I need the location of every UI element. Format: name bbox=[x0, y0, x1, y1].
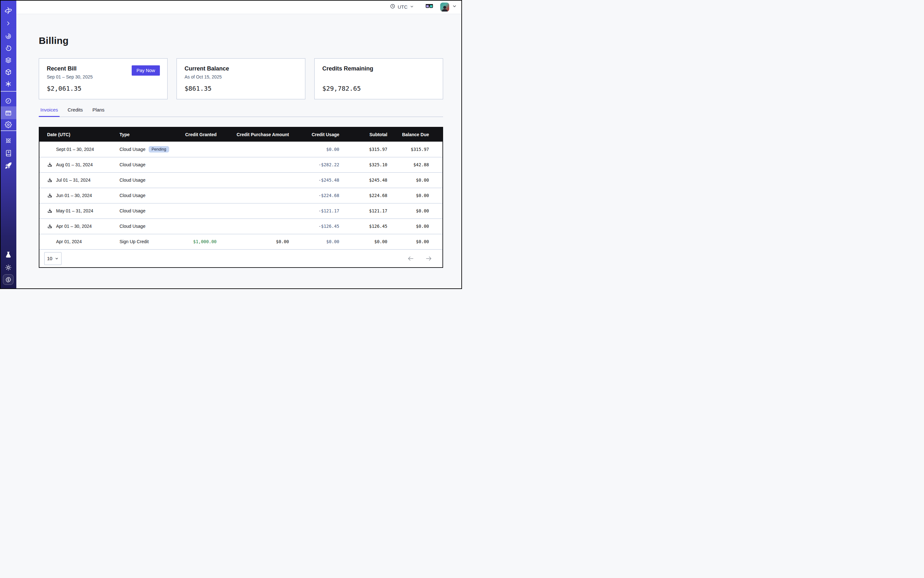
card-subtitle bbox=[322, 74, 435, 80]
download-invoice-icon[interactable] bbox=[47, 208, 52, 214]
table-row: Apr 01 – 30, 2024 Cloud Usage -$126.45 $… bbox=[39, 219, 442, 234]
balance-due: $315.97 bbox=[387, 141, 442, 157]
invoice-type: Cloud Usage bbox=[120, 203, 177, 219]
table-footer: 10 bbox=[39, 249, 442, 267]
col-date: Date (UTC) bbox=[39, 128, 120, 141]
tab-credits[interactable]: Credits bbox=[66, 107, 84, 117]
asterisk-icon[interactable] bbox=[0, 80, 16, 88]
download-invoice-icon[interactable] bbox=[47, 224, 52, 229]
sun-theme-icon[interactable] bbox=[0, 263, 16, 272]
scan-eye-icon[interactable] bbox=[0, 32, 16, 41]
credit-purchase bbox=[217, 203, 289, 219]
credit-usage: -$126.45 bbox=[289, 219, 339, 234]
next-page-arrow-icon[interactable] bbox=[425, 255, 432, 262]
col-credit-granted: Credit Granted bbox=[177, 128, 217, 141]
invoice-type: Sign Up Credit bbox=[120, 234, 177, 249]
timer-icon[interactable] bbox=[0, 44, 16, 53]
clock-icon bbox=[390, 3, 395, 10]
credit-purchase: $0.00 bbox=[217, 234, 289, 249]
card-title: Current Balance bbox=[185, 65, 297, 72]
flask-icon[interactable] bbox=[0, 250, 16, 259]
invoice-date: Apr 01 – 30, 2024 bbox=[56, 224, 92, 229]
docs-book-icon[interactable] bbox=[0, 149, 16, 157]
timezone-selector[interactable]: UTC bbox=[390, 3, 414, 10]
invoice-type: Cloud Usage bbox=[120, 188, 177, 203]
invoice-type: Cloud Usage bbox=[120, 147, 145, 152]
credit-granted bbox=[177, 157, 217, 172]
sidebar-divider bbox=[0, 91, 16, 92]
avatar[interactable] bbox=[440, 3, 449, 11]
table-row: Aug 01 – 31, 2024 Cloud Usage -$282.22 $… bbox=[39, 157, 442, 172]
credit-purchase bbox=[217, 172, 289, 188]
invoice-type: Cloud Usage bbox=[120, 219, 177, 234]
recent-bill-amount: $2,061.35 bbox=[47, 84, 159, 92]
invoice-date: Apr 01, 2024 bbox=[56, 239, 82, 244]
subtotal: $245.48 bbox=[339, 172, 387, 188]
credit-purchase bbox=[217, 188, 289, 203]
summary-cards: Recent Bill Sep 01 – Sep 30, 2025 $2,061… bbox=[39, 58, 443, 99]
pay-now-button[interactable]: Pay Now bbox=[132, 65, 160, 76]
col-balance-due: Balance Due bbox=[387, 128, 442, 141]
download-invoice-icon[interactable] bbox=[47, 193, 52, 198]
table-row: May 01 – 31, 2024 Cloud Usage -$121.17 $… bbox=[39, 203, 442, 219]
table-row: Jun 01 – 30, 2024 Cloud Usage -$224.68 $… bbox=[39, 188, 442, 203]
user-menu-chevron-down-icon[interactable] bbox=[452, 4, 457, 10]
rocket-icon[interactable] bbox=[0, 161, 16, 170]
sidebar bbox=[0, 0, 16, 289]
status-badge: Pending bbox=[149, 146, 169, 153]
settings-gear-icon[interactable] bbox=[0, 120, 16, 129]
cube-icon[interactable] bbox=[0, 68, 16, 76]
col-credit-usage: Credit Usage bbox=[289, 128, 339, 141]
3d-glasses-icon[interactable] bbox=[425, 4, 433, 10]
credit-usage: -$224.68 bbox=[289, 188, 339, 203]
chevron-right-icon[interactable] bbox=[0, 19, 16, 28]
credit-granted bbox=[177, 203, 217, 219]
topbar: UTC bbox=[16, 0, 462, 14]
download-invoice-icon[interactable] bbox=[47, 162, 52, 167]
chevron-down-icon bbox=[410, 4, 414, 10]
table-header-row: Date (UTC) Type Credit Granted Credit Pu… bbox=[39, 128, 442, 141]
credit-purchase bbox=[217, 219, 289, 234]
card-subtitle: As of Oct 15, 2025 bbox=[185, 74, 297, 80]
current-balance-amount: $861.35 bbox=[185, 84, 297, 92]
subtotal: $121.17 bbox=[339, 203, 387, 219]
invoice-date: Jul 01 – 31, 2024 bbox=[56, 177, 90, 183]
balance-due: $0.00 bbox=[387, 219, 442, 234]
prev-page-arrow-icon[interactable] bbox=[407, 255, 414, 262]
card-title: Credits Remaining bbox=[322, 65, 435, 72]
billing-tabs: Invoices Credits Plans bbox=[39, 107, 443, 117]
balance-due: $0.00 bbox=[387, 188, 442, 203]
chevron-down-icon bbox=[55, 257, 58, 260]
invoices-table: Date (UTC) Type Credit Granted Credit Pu… bbox=[39, 127, 443, 268]
recent-bill-card: Recent Bill Sep 01 – Sep 30, 2025 $2,061… bbox=[39, 58, 167, 99]
tab-plans[interactable]: Plans bbox=[91, 107, 106, 117]
col-credit-purchase: Credit Purchase Amount bbox=[217, 128, 289, 141]
credit-granted bbox=[177, 141, 217, 157]
timezone-label: UTC bbox=[398, 4, 408, 10]
subtotal: $315.97 bbox=[339, 141, 387, 157]
credits-dollar-badge-icon[interactable] bbox=[3, 274, 13, 285]
page-size-select[interactable]: 10 bbox=[44, 252, 62, 265]
gauge-icon[interactable] bbox=[0, 96, 16, 106]
tab-invoices[interactable]: Invoices bbox=[39, 107, 60, 117]
balance-due: $42.88 bbox=[387, 157, 442, 172]
credit-purchase bbox=[217, 141, 289, 157]
helm-wheel-icon[interactable] bbox=[0, 136, 16, 145]
invoice-date: Sept 01 – 30, 2024 bbox=[56, 147, 94, 152]
credit-usage: $0.00 bbox=[289, 234, 339, 249]
invoice-date: Aug 01 – 31, 2024 bbox=[56, 162, 93, 167]
download-invoice-icon[interactable] bbox=[47, 177, 52, 183]
credit-usage: $0.00 bbox=[289, 141, 339, 157]
subtotal: $126.45 bbox=[339, 219, 387, 234]
orbit-logo-icon[interactable] bbox=[0, 6, 16, 15]
credit-granted: $1,000.00 bbox=[177, 234, 217, 249]
subtotal: $0.00 bbox=[339, 234, 387, 249]
invoice-type: Cloud Usage bbox=[120, 172, 177, 188]
credit-granted bbox=[177, 219, 217, 234]
billing-card-icon[interactable] bbox=[0, 109, 16, 118]
subtotal: $224.68 bbox=[339, 188, 387, 203]
layers-icon[interactable] bbox=[0, 56, 16, 65]
table-row: Jul 01 – 31, 2024 Cloud Usage -$245.48 $… bbox=[39, 172, 442, 188]
balance-due: $0.00 bbox=[387, 172, 442, 188]
credits-remaining-amount: $29,782.65 bbox=[322, 84, 435, 92]
